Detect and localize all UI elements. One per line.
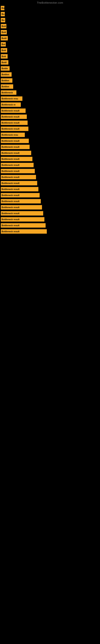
bar-row: Bott xyxy=(1,47,100,53)
bar-row: Bottleneck result xyxy=(1,228,100,234)
bar-row: Bottleneck result xyxy=(1,138,100,144)
bar-row: Bottleneck result xyxy=(1,150,100,156)
bar-29: Bottleneck result xyxy=(1,181,37,185)
bar-row: Bottleneck result xyxy=(1,204,100,210)
bar-row: Bottleneck resu xyxy=(1,96,100,102)
bar-label-11: Bottlen xyxy=(1,73,9,76)
bar-row: Bo xyxy=(1,17,100,23)
bar-31: Bottleneck result xyxy=(1,193,40,198)
bar-label-25: Bottleneck result xyxy=(1,158,19,160)
bar-row: Bottleneck result xyxy=(1,180,100,186)
bar-35: Bottleneck result xyxy=(1,217,44,222)
bar-row: Bottleneck result xyxy=(1,192,100,198)
bar-row: Bott xyxy=(1,53,100,59)
bar-row: Bottleneck xyxy=(1,90,100,96)
bar-28: Bottleneck result xyxy=(1,175,36,179)
bar-0: Bo xyxy=(1,6,4,10)
bar-19: Bottleneck result xyxy=(1,120,28,125)
bar-14: Bottleneck xyxy=(1,90,16,95)
bar-9: Bottl xyxy=(1,60,8,64)
bar-row: Bott xyxy=(1,29,100,35)
bar-row: Bottleneck result xyxy=(1,156,100,162)
bar-row: Bottleneck result xyxy=(1,222,100,228)
bar-10: Bottle xyxy=(1,66,10,71)
bar-label-14: Bottleneck xyxy=(1,91,13,94)
bar-label-37: Bottleneck result xyxy=(1,230,19,233)
bar-label-29: Bottleneck result xyxy=(1,182,19,184)
bar-label-19: Bottleneck result xyxy=(1,122,19,124)
bar-12: Bottlen xyxy=(1,78,12,83)
bar-30: Bottleneck result xyxy=(1,187,38,192)
bar-25: Bottleneck result xyxy=(1,157,32,161)
bar-21: Bottleneck resu xyxy=(1,132,25,137)
bar-row: Bottleneck result xyxy=(1,120,100,126)
bar-label-26: Bottleneck result xyxy=(1,164,19,166)
bar-row: Bottlen xyxy=(1,72,100,78)
bar-15: Bottleneck resu xyxy=(1,96,22,101)
bar-label-6: Bot xyxy=(1,43,5,46)
bar-34: Bottleneck result xyxy=(1,211,43,216)
bar-label-20: Bottleneck result xyxy=(1,128,19,130)
bar-label-35: Bottleneck result xyxy=(1,218,19,220)
bar-label-3: Bott xyxy=(1,25,6,27)
bar-label-27: Bottleneck result xyxy=(1,170,19,172)
bar-32: Bottleneck result xyxy=(1,199,41,204)
bar-label-5: Bottl xyxy=(1,37,7,40)
bar-label-34: Bottleneck result xyxy=(1,212,19,214)
bar-label-31: Bottleneck result xyxy=(1,194,19,196)
bar-label-33: Bottleneck result xyxy=(1,206,19,208)
bar-label-18: Bottleneck result xyxy=(1,116,19,118)
bar-label-10: Bottle xyxy=(1,67,8,70)
bar-row: Bo xyxy=(1,11,100,17)
bar-row: Bottleneck result xyxy=(1,144,100,150)
bar-26: Bottleneck result xyxy=(1,163,34,167)
bar-label-4: Bott xyxy=(1,31,6,34)
bar-8: Bott xyxy=(1,54,8,58)
bar-row: Bottl xyxy=(1,59,100,66)
bar-label-0: Bo xyxy=(1,7,4,9)
bar-label-13: Bottlen xyxy=(1,85,9,88)
bar-5: Bottl xyxy=(1,36,8,40)
bar-row: Bottleneck result xyxy=(1,174,100,180)
bar-27: Bottleneck result xyxy=(1,169,35,173)
bar-row: Bo xyxy=(1,5,100,11)
bars-container: BoBoBoBottBottBottlBotBottBottBottlBottl… xyxy=(0,5,100,234)
bar-row: Bottleneck result xyxy=(1,216,100,222)
bar-row: Bottleneck result xyxy=(1,186,100,192)
bar-label-1: Bo xyxy=(1,13,4,15)
bar-1: Bo xyxy=(1,12,5,16)
bar-22: Bottleneck result xyxy=(1,139,29,143)
bar-row: Bottleneck result xyxy=(1,126,100,132)
bar-label-12: Bottlen xyxy=(1,79,9,82)
bar-row: Bottlen xyxy=(1,84,100,90)
bar-row: Bottlen xyxy=(1,78,100,84)
site-title: TheBottlenecker.com xyxy=(0,0,100,5)
bar-row: Bott xyxy=(1,23,100,29)
bar-row: Bottle xyxy=(1,66,100,72)
bar-label-36: Bottleneck result xyxy=(1,224,19,226)
bar-row: Bot xyxy=(1,41,100,47)
bar-label-15: Bottleneck resu xyxy=(1,98,18,100)
bar-33: Bottleneck result xyxy=(1,205,42,210)
bar-label-7: Bott xyxy=(1,49,6,52)
bar-36: Bottleneck result xyxy=(1,223,46,228)
bar-label-9: Bottl xyxy=(1,61,7,64)
bar-row: Bottleneck result xyxy=(1,162,100,168)
bar-label-22: Bottleneck result xyxy=(1,140,19,142)
bar-label-2: Bo xyxy=(1,19,4,21)
bar-row: Bottleneck result xyxy=(1,198,100,204)
bar-label-32: Bottleneck result xyxy=(1,200,19,202)
bar-4: Bott xyxy=(1,30,7,34)
bar-11: Bottlen xyxy=(1,72,12,77)
bar-row: Bottl xyxy=(1,35,100,41)
bar-label-28: Bottleneck result xyxy=(1,176,19,178)
bar-label-24: Bottleneck result xyxy=(1,152,19,154)
bar-6: Bot xyxy=(1,42,6,46)
bar-label-17: Bottleneck result xyxy=(1,110,19,112)
bar-3: Bott xyxy=(1,24,6,28)
bar-7: Bott xyxy=(1,48,7,52)
bar-row: Bottleneck result xyxy=(1,210,100,216)
bar-row: Bottleneck result xyxy=(1,168,100,174)
bar-label-30: Bottleneck result xyxy=(1,188,19,190)
bar-16: Bottleneck re xyxy=(1,102,21,107)
